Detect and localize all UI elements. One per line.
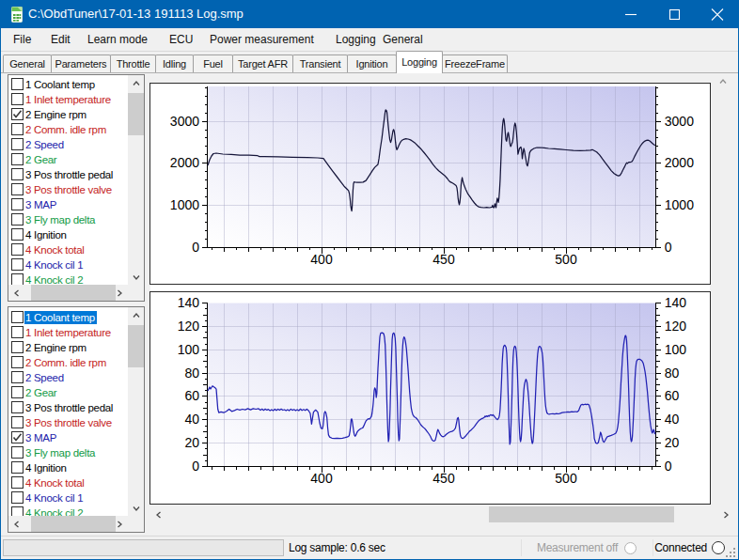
svg-text:40: 40: [665, 412, 680, 427]
svg-text:80: 80: [665, 366, 680, 381]
svg-text:2000: 2000: [665, 155, 694, 170]
svg-text:0: 0: [192, 240, 199, 255]
svg-text:0: 0: [665, 459, 672, 474]
svg-text:140: 140: [665, 295, 687, 310]
svg-text:500: 500: [555, 471, 577, 486]
svg-text:140: 140: [178, 295, 200, 310]
svg-text:1000: 1000: [665, 197, 694, 212]
svg-text:400: 400: [310, 252, 333, 267]
svg-text:60: 60: [665, 388, 680, 403]
svg-text:0: 0: [192, 459, 199, 474]
svg-text:3000: 3000: [170, 114, 199, 129]
svg-text:1000: 1000: [170, 197, 199, 212]
svg-text:60: 60: [184, 388, 199, 403]
svg-text:20: 20: [184, 435, 199, 450]
svg-text:3000: 3000: [665, 114, 694, 129]
svg-text:450: 450: [432, 252, 455, 267]
svg-text:450: 450: [432, 471, 455, 486]
svg-text:2000: 2000: [170, 155, 199, 170]
svg-text:0: 0: [665, 240, 672, 255]
svg-text:20: 20: [665, 435, 680, 450]
svg-text:120: 120: [665, 319, 687, 334]
svg-text:400: 400: [310, 471, 333, 486]
svg-text:40: 40: [184, 412, 199, 427]
svg-text:80: 80: [184, 366, 199, 381]
svg-text:100: 100: [178, 342, 200, 357]
svg-text:500: 500: [555, 252, 577, 267]
svg-text:100: 100: [665, 342, 687, 357]
svg-text:120: 120: [178, 319, 200, 334]
